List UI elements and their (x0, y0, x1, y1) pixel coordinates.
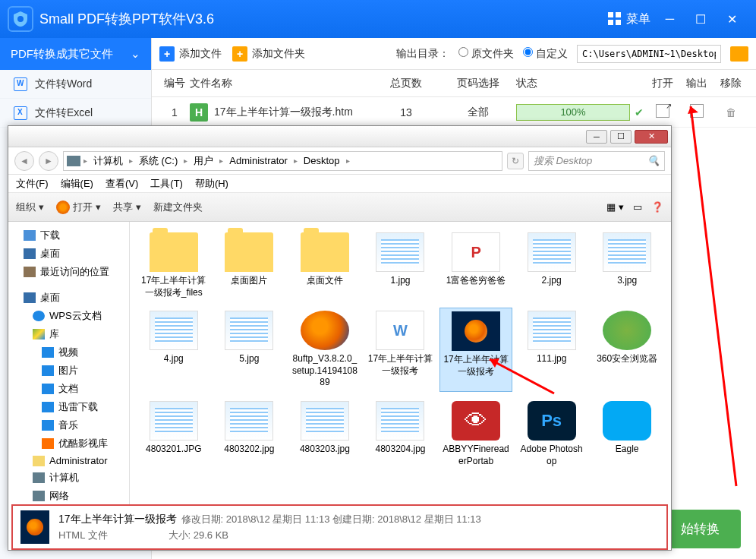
file-item[interactable]: 8uftp_V3.8.2.0_setup.1419410889 (288, 308, 361, 392)
tree-item[interactable]: 桌面 (11, 245, 126, 263)
menu-item[interactable]: 工具(T) (150, 177, 183, 191)
file-item[interactable]: 17年上半年计算一级报考_files (137, 229, 210, 302)
file-thumb-icon (603, 232, 651, 272)
app-title: Small PDF转换PPT软件V3.6 (39, 10, 593, 28)
nav-back-button[interactable]: ◄ (14, 151, 34, 171)
explorer-menubar: 文件(F)编辑(E)查看(V)工具(T)帮助(H) (8, 175, 671, 193)
close-button[interactable]: ✕ (727, 12, 737, 27)
svg-rect-2 (616, 12, 621, 17)
explorer-titlebar[interactable]: ─ ☐ ✕ (8, 126, 671, 147)
file-thumb-icon (603, 311, 651, 350)
tree-item[interactable]: WPS云文档 (11, 307, 126, 325)
file-item[interactable]: 2.jpg (515, 229, 588, 302)
file-item[interactable]: 111.jpg (515, 308, 588, 392)
file-item[interactable]: 360安全浏览器 (591, 308, 663, 392)
file-item[interactable]: 4803201.JPG (137, 398, 210, 470)
radio-custom[interactable]: 自定义 (523, 47, 568, 61)
tree-icon (24, 230, 36, 241)
menu-item[interactable]: 编辑(E) (61, 177, 93, 191)
file-item[interactable]: 17年上半年计算一级报考 (439, 308, 512, 392)
breadcrumb-segment[interactable]: Administrator (226, 155, 291, 166)
add-folder-button[interactable]: + 添加文件夹 (232, 46, 305, 62)
radio-original[interactable]: 原文件夹 (458, 47, 514, 61)
svg-rect-3 (608, 20, 613, 25)
tree-item[interactable]: 下载 (11, 226, 126, 245)
preview-pane-button[interactable]: ▭ (633, 201, 642, 213)
tree-item[interactable]: 图片 (11, 362, 126, 380)
file-item[interactable]: PsAdobe Photoshop (515, 398, 588, 470)
sidebar-header[interactable]: PDF转换成其它文件 ⌄ (0, 38, 151, 70)
search-icon: 🔍 (647, 155, 660, 166)
file-explorer-dialog: ─ ☐ ✕ ◄ ► ▸计算机▸系统 (C:)▸用户▸Administrator▸… (8, 125, 672, 551)
file-item[interactable]: 桌面文件 (288, 229, 361, 302)
open-menu[interactable]: 打开 ▾ (56, 201, 101, 214)
tree-icon (33, 456, 45, 466)
browse-folder-button[interactable] (730, 46, 748, 62)
file-item[interactable]: P1富爸爸穷爸爸 (439, 229, 512, 302)
maximize-button[interactable]: ☐ (695, 12, 706, 27)
view-options-button[interactable]: ▦ ▾ (606, 201, 624, 213)
new-folder-button[interactable]: 新建文件夹 (153, 201, 203, 214)
tree-item[interactable]: 优酷影视库 (11, 434, 126, 453)
menu-item[interactable]: 帮助(H) (195, 177, 228, 191)
convert-button[interactable]: 始转换 (660, 510, 741, 548)
file-thumb-icon (150, 232, 198, 272)
delete-button[interactable]: 🗑 (726, 106, 736, 118)
tree-item[interactable]: 计算机 (11, 469, 126, 487)
tree-item[interactable]: 视频 (11, 343, 126, 362)
tree-item[interactable]: 桌面 (11, 289, 126, 307)
tree-item[interactable]: 音乐 (11, 416, 126, 434)
file-item[interactable]: 1.jpg (364, 229, 437, 302)
progress-bar: 100% (516, 104, 630, 121)
file-item[interactable]: 4.jpg (137, 308, 210, 392)
share-menu[interactable]: 共享 ▾ (113, 201, 141, 214)
file-item[interactable]: 4803204.jpg (364, 398, 437, 470)
breadcrumb-segment[interactable]: 系统 (C:) (136, 154, 181, 168)
titlebar[interactable]: Small PDF转换PPT软件V3.6 菜单 ─ ☐ ✕ (0, 0, 756, 38)
output-button[interactable] (690, 104, 704, 118)
explorer-maximize[interactable]: ☐ (610, 130, 632, 144)
nav-forward-button[interactable]: ► (39, 151, 58, 171)
file-item[interactable]: 3.jpg (591, 229, 663, 302)
menu-item[interactable]: 查看(V) (106, 177, 138, 191)
table-row[interactable]: 1 H 17年上半年计算一级报考.htm 13 全部 100% ✔ ↗ 🗑 (152, 97, 756, 128)
explorer-close[interactable]: ✕ (635, 130, 668, 144)
explorer-minimize[interactable]: ─ (586, 130, 607, 144)
output-path-input[interactable] (577, 45, 721, 63)
html-file-icon: H (190, 103, 208, 122)
menu-item[interactable]: 文件(F) (16, 177, 49, 191)
file-item[interactable]: 👁ABBYYFinereaderPortab (439, 398, 512, 470)
tree-icon (42, 347, 54, 358)
menu-button[interactable]: 菜单 (593, 11, 666, 27)
check-icon: ✔ (635, 106, 644, 118)
tree-item[interactable]: 文档 (11, 380, 126, 398)
svg-point-0 (17, 16, 24, 22)
sidebar-item-word[interactable]: 文件转Word (0, 70, 151, 99)
tree-icon (33, 311, 45, 321)
file-item[interactable]: 5.jpg (213, 308, 286, 392)
tree-item[interactable]: Administrator (11, 453, 126, 469)
file-item[interactable]: 桌面图片 (213, 229, 286, 302)
search-input[interactable]: 搜索 Desktop 🔍 (528, 151, 665, 171)
open-button[interactable]: ↗ (656, 104, 669, 118)
organize-menu[interactable]: 组织 ▾ (16, 201, 44, 214)
file-item[interactable]: W17年上半年计算一级报考 (364, 308, 437, 392)
breadcrumb-segment[interactable]: 用户 (191, 154, 216, 168)
tree-item[interactable]: 库 (11, 325, 126, 343)
sidebar-item-excel[interactable]: 文件转Excel (0, 99, 151, 128)
file-thumb-icon: P (452, 232, 500, 272)
file-item[interactable]: 4803202.jpg (213, 398, 286, 470)
file-item[interactable]: Eagle (591, 398, 663, 470)
breadcrumb-segment[interactable]: Desktop (301, 155, 343, 166)
tree-item[interactable]: 最近访问的位置 (11, 263, 126, 281)
breadcrumb[interactable]: ▸计算机▸系统 (C:)▸用户▸Administrator▸Desktop▸ (63, 151, 502, 171)
breadcrumb-segment[interactable]: 计算机 (90, 154, 126, 168)
file-item[interactable]: 4803203.jpg (288, 398, 361, 470)
refresh-button[interactable]: ↻ (507, 153, 524, 169)
tree-icon (24, 248, 36, 259)
minimize-button[interactable]: ─ (666, 12, 674, 27)
add-file-button[interactable]: + 添加文件 (159, 46, 222, 62)
help-button[interactable]: ❓ (651, 201, 663, 213)
tree-item[interactable]: 网络 (11, 487, 126, 504)
tree-item[interactable]: 迅雷下载 (11, 398, 126, 416)
